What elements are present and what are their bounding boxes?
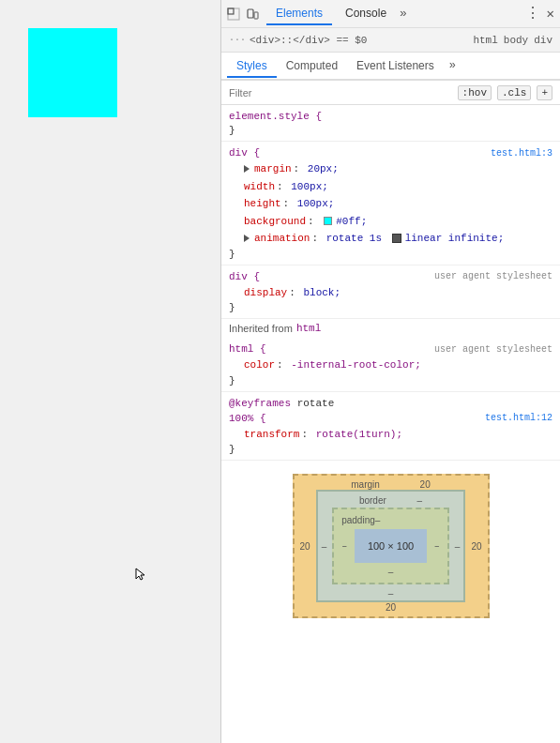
at-rule: @keyframes [229,398,291,409]
styles-content: element.style { } div { test.html:3 marg… [221,105,560,743]
border-right-label: – [451,541,464,552]
div-close-brace: } [221,248,560,261]
more-tabs-icon[interactable]: » [400,7,407,21]
breadcrumb-body[interactable]: body [504,35,528,46]
box-border: border – – padding– [316,490,466,602]
prop-color: color : -internal-root-color; [221,356,560,374]
filter-bar: :hov .cls + [221,81,560,105]
box-padding: padding– – 100 × 100 – [332,508,449,584]
box-padding-wrapper: padding– – 100 × 100 – [330,506,451,586]
margin-right-label: 20 [465,541,487,552]
prop-display: display : block; [221,284,560,302]
div-ua-selector: div { [229,271,260,282]
tab-event-listeners[interactable]: Event Listeners [347,55,444,78]
cyan-box [28,28,117,117]
margin-left-label: 20 [295,541,316,552]
kf-100-selector: 100% { [229,413,266,424]
tab-computed[interactable]: Computed [277,55,347,78]
hov-button[interactable]: :hov [458,85,492,100]
div-selector-row: div { test.html:3 [221,145,560,160]
add-style-button[interactable]: + [537,85,552,100]
page-area [0,0,220,743]
devtools-topbar-icons [227,8,259,21]
devtools-topbar-right: ⋮ ✕ [525,6,554,22]
breadcrumb-html[interactable]: html [473,35,497,46]
svg-rect-3 [248,9,253,18]
html-ua-section: html { user agent stylesheet color : -in… [221,338,560,392]
prop-height: height : 100px; [221,195,560,213]
padding-middle-row: – 100 × 100 – [338,525,444,567]
div-ua-label: user agent stylesheet [434,271,552,281]
kf-close-brace: } [221,443,560,456]
inherited-from-row: Inherited from html [221,319,560,338]
device-toggle-icon[interactable] [246,8,259,21]
div-ua-selector-row: div { user agent stylesheet [221,269,560,284]
breadcrumb: ··· <div>::</div> == $0 html body div [221,28,560,53]
box-model-section: margin 20 20 border – – [221,464,560,628]
inherited-tag: html [296,323,321,334]
kf-100-row: 100% { test.html:12 [221,411,560,426]
tab-console[interactable]: Console [336,3,396,25]
keyframes-selector-row: @keyframes rotate [221,396,560,411]
margin-bottom-label: 20 [295,602,488,616]
keyframes-section: @keyframes rotate 100% { test.html:12 tr… [221,392,560,462]
padding-top-label: padding– [338,513,444,525]
subtabs-bar: Styles Computed Event Listeners » [221,53,560,81]
breadcrumb-nav: html body div [473,35,552,46]
svg-rect-1 [228,8,234,14]
svg-marker-0 [136,569,144,580]
margin-middle-row: 20 border – – [295,490,488,602]
html-ua-label: user agent stylesheet [434,344,552,355]
prop-margin: margin : 20px; [221,160,560,178]
padding-left-label: – [338,541,351,552]
close-devtools-button[interactable]: ✕ [547,6,554,22]
element-style-close-brace: } [221,124,560,137]
filter-input[interactable] [229,87,454,99]
subtabs-more-icon[interactable]: » [444,55,462,76]
div-style-section: div { test.html:3 margin : 20px; width :… [221,142,560,265]
margin-top-label: margin 20 [295,476,488,490]
animation-checkbox[interactable] [392,234,401,243]
tab-elements[interactable]: Elements [266,3,332,25]
html-ua-selector-row: html { user agent stylesheet [221,341,560,356]
breadcrumb-divtag: <div>::</div> == $0 [250,35,367,46]
padding-right-label: – [431,541,444,552]
box-border-wrapper: border – – padding– [316,490,466,602]
color-swatch[interactable] [324,217,332,225]
prop-width: width : 100px; [221,178,560,196]
html-ua-selector: html { [229,343,266,355]
svg-rect-4 [254,12,258,19]
box-margin: margin 20 20 border – – [293,474,490,618]
element-style-selector: element.style { [229,111,322,122]
border-left-label: – [318,541,331,552]
tab-styles[interactable]: Styles [227,55,277,78]
border-top-label: border – [318,492,464,506]
inherited-label: Inherited from [229,323,293,334]
kebab-menu-button[interactable]: ⋮ [525,7,539,22]
element-style-section: element.style { } [221,105,560,142]
div-selector: div { [229,147,260,159]
breadcrumb-ellipsis: ··· [229,35,246,45]
breadcrumb-div[interactable]: div [534,35,552,46]
prop-background: background : #0ff; [221,213,560,231]
div-ua-section: div { user agent stylesheet display : bl… [221,265,560,320]
prop-transform: transform : rotate(1turn); [221,426,560,444]
padding-bottom-label: – [338,567,444,579]
border-bottom-label: – [318,586,464,600]
filter-controls: :hov .cls + [458,85,552,100]
box-content: 100 × 100 [355,529,427,563]
margin-triangle-icon[interactable] [244,165,250,173]
prop-animation: animation : rotate 1s linear infinite; [221,230,560,248]
kf-source-link[interactable]: test.html:12 [485,413,552,423]
element-style-selector-row: element.style { [221,109,560,124]
cls-button[interactable]: .cls [497,85,531,100]
html-ua-close-brace: } [221,374,560,387]
border-middle-row: – padding– – [318,506,464,586]
div-source-link[interactable]: test.html:3 [491,148,552,159]
devtools-panel: Elements Console » ⋮ ✕ ··· <div>::</div>… [220,0,560,743]
keyframes-name: rotate [297,398,335,409]
devtools-topbar: Elements Console » ⋮ ✕ [221,0,560,28]
inspector-icon[interactable] [227,8,240,21]
devtools-main-tabs: Elements Console » [266,3,525,25]
animation-triangle-icon[interactable] [244,235,250,242]
